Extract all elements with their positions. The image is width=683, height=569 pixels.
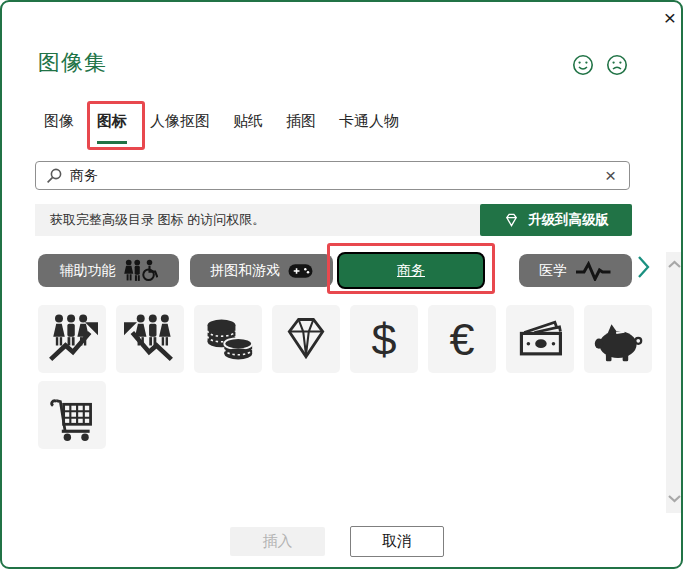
insert-button[interactable]: 插入 xyxy=(230,527,325,556)
search-input[interactable] xyxy=(70,168,602,184)
chevron-up-icon[interactable] xyxy=(667,260,682,269)
tab-cutout-people[interactable]: 人像抠图 xyxy=(150,112,210,131)
team-growth-icon xyxy=(46,313,98,365)
piggy-bank-icon xyxy=(592,313,644,365)
diamond-icon xyxy=(280,313,332,365)
euro-icon: € xyxy=(449,317,474,362)
category-label: 医学 xyxy=(539,262,567,280)
upgrade-button-label: 升级到高级版 xyxy=(528,211,609,229)
search-box: × xyxy=(35,161,630,190)
frown-feedback-button[interactable] xyxy=(606,54,628,76)
result-tile[interactable] xyxy=(116,305,184,373)
tab-images[interactable]: 图像 xyxy=(44,112,74,131)
category-puzzles-games[interactable]: 拼图和游戏 xyxy=(190,254,333,287)
tab-stickers[interactable]: 贴纸 xyxy=(233,112,263,131)
upgrade-premium-button[interactable]: 升级到高级版 xyxy=(480,204,632,236)
shopping-cart-icon xyxy=(46,389,98,441)
tab-illustrations[interactable]: 插图 xyxy=(286,112,316,131)
result-tile[interactable]: € xyxy=(428,305,496,373)
result-tile[interactable] xyxy=(194,305,262,373)
smile-feedback-button[interactable] xyxy=(572,54,594,76)
category-label: 拼图和游戏 xyxy=(210,262,280,280)
category-accessibility[interactable]: 辅助功能 xyxy=(38,254,179,287)
close-icon[interactable]: × xyxy=(658,6,682,30)
premium-notice-text: 获取完整高级目录 图标 的访问权限。 xyxy=(35,211,265,229)
category-business-selected[interactable]: 商务 xyxy=(337,252,485,289)
tab-cartoon-people[interactable]: 卡通人物 xyxy=(339,112,399,131)
tab-bar: 图像 图标 人像抠图 贴纸 插图 卡通人物 xyxy=(44,112,399,131)
results-scrollbar[interactable] xyxy=(666,252,683,513)
team-trend-up-icon xyxy=(124,313,176,365)
category-label: 商务 xyxy=(397,262,425,280)
search-icon xyxy=(46,168,62,184)
game-controller-icon xyxy=(288,263,313,279)
chevron-right-icon xyxy=(636,255,652,279)
dollar-icon: $ xyxy=(371,317,396,362)
accessibility-icon xyxy=(124,259,158,282)
frown-icon xyxy=(606,54,628,76)
gem-icon xyxy=(503,212,520,228)
result-tile[interactable]: $ xyxy=(350,305,418,373)
result-tile[interactable] xyxy=(506,305,574,373)
premium-notice-bar: 获取完整高级目录 图标 的访问权限。 升级到高级版 xyxy=(35,204,632,236)
category-medical[interactable]: 医学 xyxy=(519,254,632,287)
dialog-title: 图像集 xyxy=(38,48,107,78)
coins-icon xyxy=(202,313,254,365)
result-tile[interactable] xyxy=(272,305,340,373)
result-tile[interactable] xyxy=(38,381,106,449)
clear-search-icon[interactable]: × xyxy=(602,165,619,187)
tab-icons[interactable]: 图标 xyxy=(97,112,127,131)
pulse-icon xyxy=(575,261,612,281)
result-tile[interactable] xyxy=(584,305,652,373)
banknotes-icon xyxy=(514,313,566,365)
category-label: 辅助功能 xyxy=(60,262,116,280)
chevron-down-icon[interactable] xyxy=(667,494,682,503)
smile-icon xyxy=(572,54,594,76)
next-categories-button[interactable] xyxy=(636,255,652,279)
result-tile[interactable] xyxy=(38,305,106,373)
cancel-button[interactable]: 取消 xyxy=(350,526,444,557)
stock-images-dialog: × 图像集 图像 图标 人像抠图 贴纸 插图 卡通人物 × 获取完整高级目录 图 xyxy=(0,0,683,569)
